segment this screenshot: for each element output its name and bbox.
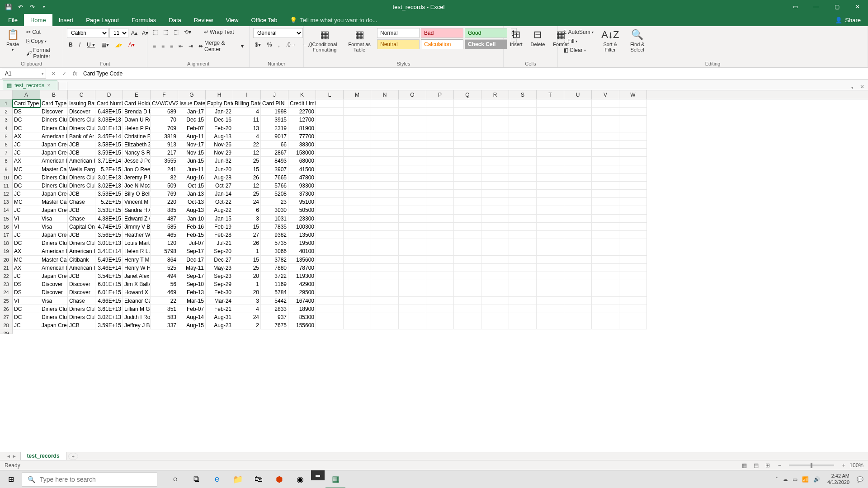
cell[interactable] — [399, 280, 426, 288]
cell[interactable]: May-23 — [206, 264, 233, 272]
cell[interactable] — [509, 108, 537, 116]
cell[interactable]: American I — [40, 264, 68, 272]
cell[interactable] — [619, 206, 647, 214]
cell[interactable]: 220 — [151, 198, 178, 206]
cell[interactable] — [481, 297, 509, 305]
cell[interactable]: MC — [13, 256, 40, 264]
cell[interactable]: Elizabeth Z — [123, 141, 151, 149]
cell[interactable] — [509, 132, 537, 141]
cell[interactable] — [344, 149, 371, 157]
cell[interactable] — [344, 256, 371, 264]
cell[interactable] — [316, 264, 344, 272]
row-header[interactable]: 12 — [0, 190, 13, 198]
cell[interactable]: 11 — [233, 116, 261, 124]
cell[interactable]: 6.01E+15 — [95, 288, 123, 296]
cell[interactable] — [537, 272, 564, 280]
cell[interactable] — [344, 280, 371, 288]
cell[interactable] — [509, 116, 537, 124]
cell[interactable]: Aug-23 — [206, 321, 233, 329]
cell[interactable]: Sep-17 — [178, 272, 206, 280]
cell[interactable]: 709 — [151, 124, 178, 132]
cell[interactable] — [454, 190, 481, 198]
cell[interactable] — [564, 206, 592, 214]
cell[interactable]: 5442 — [261, 297, 288, 305]
cell[interactable] — [564, 239, 592, 247]
cell[interactable]: Sep-23 — [206, 272, 233, 280]
cell[interactable]: Diners Clul — [68, 116, 95, 124]
column-header[interactable]: Q — [454, 90, 481, 99]
cell[interactable] — [454, 99, 481, 108]
name-box[interactable]: A1 — [2, 69, 46, 79]
cell[interactable] — [426, 132, 454, 141]
cell[interactable] — [371, 264, 399, 272]
cell[interactable]: 23300 — [288, 215, 316, 223]
cell[interactable] — [344, 141, 371, 149]
cell[interactable] — [592, 247, 619, 255]
tab-home[interactable]: Home — [24, 14, 52, 26]
cell[interactable]: American I — [68, 247, 95, 255]
cell[interactable] — [426, 124, 454, 132]
cell[interactable] — [537, 264, 564, 272]
column-header[interactable]: S — [509, 90, 537, 99]
cell[interactable]: 100300 — [288, 223, 316, 231]
cell[interactable]: Japan Cred — [40, 149, 68, 157]
cell[interactable] — [316, 231, 344, 239]
increase-indent-icon[interactable]: ⇥ — [187, 42, 195, 50]
column-header[interactable]: H — [206, 90, 233, 99]
cell[interactable]: Jun-32 — [206, 157, 233, 165]
cell[interactable] — [592, 280, 619, 288]
cell[interactable]: Feb-07 — [178, 124, 206, 132]
cell[interactable] — [344, 190, 371, 198]
cell[interactable]: Sep-10 — [178, 280, 206, 288]
cell[interactable]: Eleanor Ca — [123, 297, 151, 305]
column-header[interactable]: N — [371, 90, 399, 99]
conditional-formatting-button[interactable]: ▦Conditional Formatting — [307, 28, 342, 53]
tab-office-tab[interactable]: Office Tab — [245, 14, 283, 26]
cell[interactable]: 42900 — [288, 280, 316, 288]
cell[interactable] — [537, 174, 564, 182]
cell[interactable] — [316, 280, 344, 288]
row-header[interactable]: 27 — [0, 313, 13, 321]
cell[interactable] — [509, 280, 537, 288]
cell[interactable]: Diners Clul — [68, 239, 95, 247]
cell[interactable] — [481, 132, 509, 141]
undo-icon[interactable]: ↶ — [15, 2, 25, 12]
cell[interactable]: Diners Clul — [68, 305, 95, 313]
cell[interactable]: 583 — [151, 313, 178, 321]
cell[interactable]: 689 — [151, 108, 178, 116]
cell[interactable] — [564, 272, 592, 280]
cell[interactable] — [592, 124, 619, 132]
cell[interactable] — [509, 272, 537, 280]
cell[interactable] — [454, 157, 481, 165]
cell[interactable]: Feb-19 — [206, 223, 233, 231]
cell[interactable] — [509, 223, 537, 231]
column-header[interactable]: R — [481, 90, 509, 99]
cell[interactable] — [316, 206, 344, 214]
cell[interactable]: Discover — [68, 288, 95, 296]
cell[interactable]: AX — [13, 157, 40, 165]
cell[interactable]: Feb-16 — [178, 223, 206, 231]
cell[interactable] — [537, 149, 564, 157]
cell[interactable]: JC — [13, 231, 40, 239]
percent-button[interactable]: % — [265, 41, 274, 49]
cell[interactable] — [509, 165, 537, 174]
cell[interactable] — [564, 99, 592, 108]
cell[interactable] — [537, 141, 564, 149]
row-header[interactable]: 15 — [0, 215, 13, 223]
cell[interactable]: Feb-30 — [206, 288, 233, 296]
cell[interactable] — [426, 108, 454, 116]
cell[interactable] — [399, 132, 426, 141]
row-header[interactable]: 21 — [0, 264, 13, 272]
cell[interactable]: 3.41E+14 — [95, 247, 123, 255]
cell[interactable] — [399, 182, 426, 190]
cell[interactable] — [481, 215, 509, 223]
cell[interactable] — [426, 99, 454, 108]
cell[interactable]: Janet Alex — [123, 272, 151, 280]
cell[interactable]: Diners Clul — [68, 174, 95, 182]
cell[interactable] — [481, 223, 509, 231]
cell[interactable]: DC — [13, 116, 40, 124]
grid-rows[interactable]: 1Card TypeCard TypeIssuing BarCard NumbC… — [0, 99, 868, 452]
cell[interactable]: 3915 — [261, 116, 288, 124]
cell[interactable]: 3782 — [261, 256, 288, 264]
cell[interactable]: MC — [13, 198, 40, 206]
